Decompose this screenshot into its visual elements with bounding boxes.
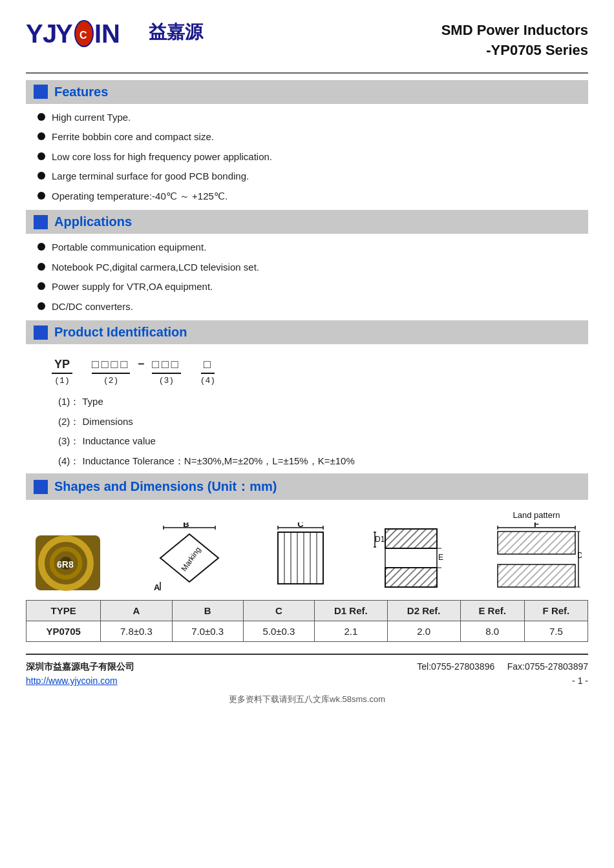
header: Y J Y C IN 益嘉源 SMD Power Inductors -YP07… <box>26 16 588 61</box>
company-website[interactable]: http://www.yjycoin.com <box>26 676 118 686</box>
features-blue-square-icon <box>34 85 48 99</box>
svg-text:E: E <box>438 553 443 562</box>
feature-item-3: Low core loss for high frequency power a… <box>52 150 272 165</box>
cell-f: 7.5 <box>524 621 588 642</box>
page-number: - 1 - <box>417 674 588 688</box>
list-item: Notebook PC,digital carmera,LCD televisi… <box>37 260 588 275</box>
bullet-dot <box>37 282 45 290</box>
svg-text:D1: D1 <box>375 535 385 544</box>
table-header-row: TYPE A B C D1 Ref. D2 Ref. E Ref. F Ref. <box>26 601 588 621</box>
pid-yp-label: YP <box>52 358 72 374</box>
svg-rect-46 <box>498 532 575 554</box>
col-d1: D1 Ref. <box>314 601 387 621</box>
list-item: High current Type. <box>37 110 588 125</box>
logo-icon: Y J Y C IN <box>26 16 142 49</box>
table-row: YP0705 7.8±0.3 7.0±0.3 5.0±0.3 2.1 2.0 8… <box>26 621 588 642</box>
svg-text:C: C <box>297 522 304 529</box>
pid-dash: － <box>135 356 147 371</box>
col-d2: D2 Ref. <box>387 601 460 621</box>
applications-title: Applications <box>54 214 132 229</box>
bottom-note: 更多资料下载请到五八文库wk.58sms.com <box>26 694 588 705</box>
features-title: Features <box>54 85 108 99</box>
col-c: C <box>243 601 314 621</box>
pid-part1-num: (1) <box>54 376 69 386</box>
svg-text:B: B <box>183 522 189 529</box>
feature-item-4: Large terminal surface for good PCB bond… <box>52 169 249 184</box>
svg-text:IN: IN <box>94 19 120 48</box>
svg-text:A: A <box>154 583 160 592</box>
col-a: A <box>101 601 172 621</box>
list-item: Ferrite bobbin core and compact size. <box>37 130 588 145</box>
pid-desc-3: (3)： Inductance value <box>58 434 588 449</box>
header-title: SMD Power Inductors -YP0705 Series <box>441 21 588 61</box>
app-item-1: Portable communication equipment. <box>52 240 206 255</box>
footer-right: Tel:0755-27803896 Fax:0755-27803897 - 1 … <box>417 659 588 688</box>
dimension-d-svg: D1 E <box>374 522 445 594</box>
pid-desc-4: (4)： Inductance Tolerance：N=±30%,M=±20%，… <box>58 454 588 469</box>
svg-rect-47 <box>498 564 575 587</box>
dimension-b-svg: B Marking A <box>151 522 228 594</box>
bullet-dot <box>37 192 45 200</box>
app-item-4: DC/DC converters. <box>52 300 133 315</box>
logo-area: Y J Y C IN 益嘉源 <box>26 16 203 49</box>
inductor-photo-diagram: 6R8 <box>32 532 103 594</box>
col-b: B <box>172 601 243 621</box>
pid-desc-1: (1)： Type <box>58 395 588 409</box>
col-f: F Ref. <box>524 601 588 621</box>
header-divider <box>26 72 588 74</box>
bullet-dot <box>37 263 45 271</box>
product-id-section-header: Product Identification <box>26 320 588 344</box>
footer-tel-fax: Tel:0755-27803896 Fax:0755-27803897 <box>417 659 588 674</box>
feature-item-1: High current Type. <box>52 110 131 125</box>
dimension-c-svg: C <box>275 522 326 594</box>
svg-text:J: J <box>43 19 57 48</box>
bullet-dot <box>37 302 45 310</box>
inductor-photo-svg: 6R8 <box>32 532 103 594</box>
product-id-blue-square-icon <box>34 326 48 340</box>
col-type: TYPE <box>26 601 101 621</box>
applications-blue-square-icon <box>34 215 48 229</box>
pid-box-1: □ <box>201 358 215 374</box>
footer: 深圳市益嘉源电子有限公司 http://www.yjycoin.com Tel:… <box>26 654 588 688</box>
list-item: Low core loss for high frequency power a… <box>37 150 588 165</box>
col-e: E Ref. <box>460 601 524 621</box>
list-item: Portable communication equipment. <box>37 240 588 255</box>
app-item-3: Power supply for VTR,OA equipment. <box>52 280 213 294</box>
cell-b: 7.0±0.3 <box>172 621 243 642</box>
bullet-dot <box>37 113 45 121</box>
dimension-b-diagram: B Marking A <box>151 522 228 594</box>
app-item-2: Notebook PC,digital carmera,LCD televisi… <box>52 260 259 275</box>
land-pattern-diagram: Land pattern F D2 <box>491 510 582 594</box>
pid-part2-num: (2) <box>103 376 118 386</box>
dimensions-table: TYPE A B C D1 Ref. D2 Ref. E Ref. F Ref.… <box>26 600 588 642</box>
svg-text:Marking: Marking <box>179 545 202 573</box>
product-id-diagram: YP (1) □□□□ (2) － □□□ (3) □ (4) <box>52 356 588 386</box>
svg-text:6R8: 6R8 <box>57 559 74 570</box>
svg-rect-34 <box>385 529 437 548</box>
list-item: Operating temperature:-40℃ ～ +125℃. <box>37 189 588 204</box>
pid-boxes-4: □□□□ <box>92 358 130 374</box>
shapes-blue-square-icon <box>34 480 48 494</box>
company-name: 深圳市益嘉源电子有限公司 <box>26 659 134 674</box>
bullet-dot <box>37 172 45 180</box>
footer-fax: Fax:0755-27803897 <box>507 661 588 672</box>
dimension-d-diagram: D1 E <box>374 522 445 594</box>
svg-text:D2: D2 <box>577 551 582 560</box>
title-line1: SMD Power Inductors <box>441 21 588 41</box>
feature-item-2: Ferrite bobbin core and compact size. <box>52 130 214 145</box>
cell-a: 7.8±0.3 <box>101 621 172 642</box>
shapes-diagrams: 6R8 B Marking A <box>26 510 588 594</box>
svg-text:Y: Y <box>56 19 73 48</box>
dimension-c-diagram: C <box>275 522 326 594</box>
applications-section-header: Applications <box>26 210 588 234</box>
svg-rect-35 <box>385 568 437 587</box>
pid-part4-num: (4) <box>200 376 215 386</box>
footer-left: 深圳市益嘉源电子有限公司 http://www.yjycoin.com <box>26 659 134 688</box>
feature-item-5: Operating temperature:-40℃ ～ +125℃. <box>52 189 228 204</box>
bullet-dot <box>37 243 45 251</box>
cell-c: 5.0±0.3 <box>243 621 314 642</box>
bullet-dot <box>37 152 45 160</box>
svg-text:Y: Y <box>26 19 43 48</box>
svg-text:C: C <box>79 30 87 41</box>
bullet-dot <box>37 132 45 140</box>
